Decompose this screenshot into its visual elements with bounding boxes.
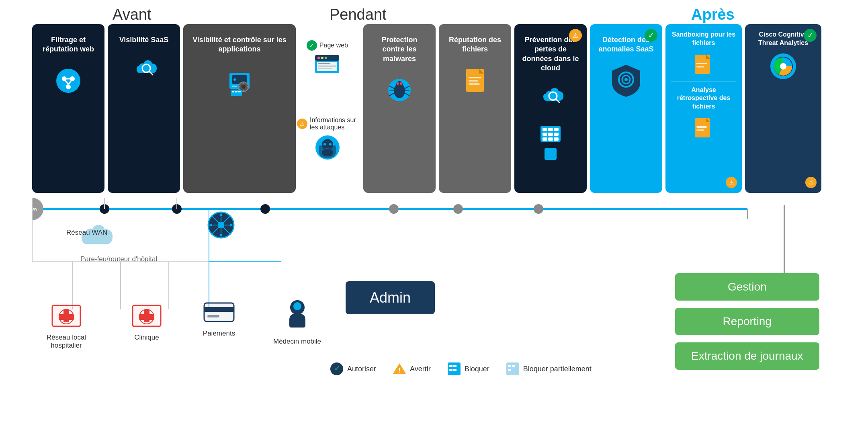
svg-rect-48 xyxy=(469,80,478,82)
icon-paiements: Paiements xyxy=(201,297,237,338)
sandboxing-file-icon xyxy=(691,51,717,78)
svg-rect-47 xyxy=(469,77,481,78)
svg-point-32 xyxy=(323,143,326,145)
card-visibilite-controle: Visibilité et contrôle sur les applicati… xyxy=(183,24,296,193)
green-panel: Gestion Reporting Extraction de journaux xyxy=(675,273,819,370)
svg-point-23 xyxy=(321,57,323,59)
apres-label: Après xyxy=(691,6,735,23)
arrow-down-cisco xyxy=(784,205,785,277)
card-visibilite-controle-title: Visibilité et contrôle sur les applicati… xyxy=(190,35,289,54)
warn-badge-1: ⚠ xyxy=(297,119,307,129)
bloquer-partiel-label: Bloquer partiellement xyxy=(523,365,592,373)
filter-icon xyxy=(52,65,84,97)
authorize-badge-detection: ✓ xyxy=(645,29,657,42)
clinique-label: Clinique xyxy=(134,334,159,342)
legend-bloquer-partiel: Bloquer partiellement xyxy=(506,362,592,376)
card-prevention-title: Prévention des pertes de données dans le… xyxy=(521,35,580,73)
extraction-button[interactable]: Extraction de journaux xyxy=(675,342,819,370)
svg-rect-131 xyxy=(453,369,457,371)
gestion-button[interactable]: Gestion xyxy=(675,273,819,301)
authorize-badge-1: ✓ xyxy=(307,40,317,51)
file-rep-icon xyxy=(459,65,491,97)
svg-rect-27 xyxy=(318,66,336,67)
svg-text:!: ! xyxy=(398,367,400,374)
admin-label: Admin xyxy=(346,281,435,314)
svg-point-84 xyxy=(453,204,463,214)
analytics-icon xyxy=(768,51,798,82)
firewall-icon xyxy=(538,124,563,144)
analyse-file-icon xyxy=(691,115,717,141)
shield-main-icon xyxy=(610,65,642,97)
card-sandboxing-analyse: Sandboxing pour les fichiers Analyse rét… xyxy=(665,24,742,193)
card-filtrage-title: Filtrage et réputation web xyxy=(39,35,98,54)
bottom-icons-row: Réseau local hospitalier Clinique Paieme… xyxy=(40,297,321,350)
svg-rect-71 xyxy=(696,126,707,128)
svg-rect-19 xyxy=(238,91,241,92)
svg-point-75 xyxy=(780,63,786,70)
svg-point-22 xyxy=(317,57,320,59)
svg-rect-53 xyxy=(542,128,547,131)
sandboxing-title: Sandboxing pour les fichiers xyxy=(671,31,736,47)
svg-point-24 xyxy=(325,57,327,59)
reseau-local-label: Réseau local hospitalier xyxy=(40,334,92,350)
svg-rect-49 xyxy=(469,83,480,85)
card-visibilite-saas: Visibilité SaaS xyxy=(108,24,180,193)
svg-rect-26 xyxy=(318,63,330,64)
svg-rect-55 xyxy=(554,128,559,131)
medecin-label: Médecin mobile xyxy=(273,338,321,346)
svg-point-38 xyxy=(400,82,402,85)
svg-rect-18 xyxy=(235,91,237,92)
svg-rect-132 xyxy=(506,362,519,375)
svg-rect-68 xyxy=(696,66,704,68)
divider-1 xyxy=(671,82,736,82)
cloud-search-icon xyxy=(128,55,160,87)
svg-text:✓: ✓ xyxy=(334,364,340,373)
svg-rect-120 xyxy=(207,315,219,317)
svg-rect-129 xyxy=(453,365,457,367)
svg-rect-119 xyxy=(204,307,234,312)
cards-row: Filtrage et réputation web Visibilité Sa… xyxy=(32,24,821,193)
svg-rect-60 xyxy=(548,137,553,141)
card-protection-title: Protection contre les malwares xyxy=(370,35,429,63)
svg-rect-115 xyxy=(139,314,154,320)
card-cisco: ✓ Cisco Cognitive Threat Analytics ⚠ xyxy=(745,24,821,193)
svg-rect-133 xyxy=(508,365,511,367)
icon-reseau-local: Réseau local hospitalier xyxy=(40,297,92,350)
analyse-title: Analyse rétrospective des fichiers xyxy=(671,86,736,111)
svg-rect-58 xyxy=(554,133,559,136)
svg-point-3 xyxy=(66,84,71,89)
cloud-search-icon-2 xyxy=(534,84,567,116)
svg-rect-28 xyxy=(318,68,332,69)
svg-rect-134 xyxy=(512,365,515,367)
card-protection: Protection contre les malwares xyxy=(363,24,436,193)
svg-rect-67 xyxy=(696,63,707,64)
autoriser-label: Autoriser xyxy=(347,365,376,373)
legend-avertir: ! Avertir xyxy=(392,362,431,376)
reporting-button[interactable]: Reporting xyxy=(675,308,819,335)
legend-autoriser: ✓ Autoriser xyxy=(330,362,376,376)
svg-rect-59 xyxy=(542,137,547,141)
svg-rect-130 xyxy=(449,369,452,371)
svg-rect-17 xyxy=(232,91,234,92)
svg-rect-12 xyxy=(232,86,237,87)
svg-rect-57 xyxy=(548,133,553,136)
icon-clinique: Clinique xyxy=(129,297,165,342)
after-section: Sandboxing pour les fichiers Analyse rét… xyxy=(665,24,821,193)
legend-bloquer: Bloquer xyxy=(447,362,489,376)
warn-badge-prevention: ⚠ xyxy=(569,29,582,42)
warn-badge-cisco: ⚠ xyxy=(805,177,817,188)
svg-rect-128 xyxy=(449,365,452,367)
svg-rect-56 xyxy=(542,133,547,136)
svg-rect-135 xyxy=(508,369,511,371)
paiements-label: Paiements xyxy=(203,330,235,338)
svg-rect-110 xyxy=(59,314,74,320)
avertir-label: Avertir xyxy=(410,365,431,373)
bug-icon xyxy=(383,74,416,106)
card-reputation-fichiers: Réputation des fichiers xyxy=(439,24,511,193)
svg-point-33 xyxy=(329,143,332,145)
card-detection: ✓ Détection des anomalies SaaS xyxy=(590,24,662,193)
bloquer-label: Bloquer xyxy=(465,365,489,373)
svg-rect-72 xyxy=(696,129,704,131)
bottom-connectors xyxy=(32,197,281,309)
card-visibilite-saas-title: Visibilité SaaS xyxy=(119,35,169,45)
